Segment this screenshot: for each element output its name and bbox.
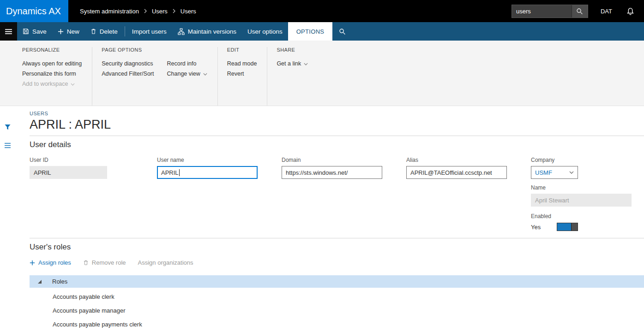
section-user-details: User details User ID APRIL User name APR… [30,136,644,238]
menu-item-record-info[interactable]: Record info [167,59,207,69]
collapse-triangle-icon [38,280,42,284]
search-icon[interactable] [572,5,588,18]
page-header: USERS APRIL : APRIL [30,106,644,132]
breadcrumb-item-system-administration[interactable]: System administration [80,8,139,15]
menu-item-label: Security diagnostics [102,59,153,69]
tab-options-active[interactable]: OPTIONS [288,22,333,41]
notifications-bell-icon[interactable] [626,7,634,15]
field-user-name: User name APRIL [157,157,258,179]
role-name: Accounts payable manager [53,307,126,314]
enabled-value: Yes [531,224,541,231]
plus-icon [30,260,35,266]
related-list-icon[interactable] [0,138,15,152]
top-navigation-bar: Dynamics AX System administration Users … [0,0,644,22]
chevron-down-icon [203,73,207,76]
menu-item-read-mode[interactable]: Read mode [227,59,257,69]
global-search-box [512,5,588,18]
user-options-button[interactable]: User options [242,22,288,41]
menu-item-security-diagnostics[interactable]: Security diagnostics [102,59,154,69]
dynamics-ax-logo[interactable]: Dynamics AX [0,0,68,22]
menu-item-advanced-filter-sort[interactable]: Advanced Filter/Sort [102,69,154,79]
roles-group-header-label: Roles [52,278,67,285]
toggle-knob [571,223,578,231]
user-id-input[interactable]: APRIL [30,166,107,179]
user-name-value: APRIL [161,169,179,176]
user-options-label: User options [247,28,283,35]
enabled-toggle[interactable] [557,223,578,231]
org-chart-icon [178,28,185,35]
field-alias: Alias APRIL@TAEOfficial.ccsctp.net [406,157,507,179]
user-name-input[interactable]: APRIL [157,166,258,179]
roles-group-header[interactable]: Roles [30,275,644,288]
menu-item-label: Always open for editing [22,59,82,69]
page-caption: USERS [30,111,644,116]
plus-icon [58,29,64,35]
user-id-value: APRIL [34,169,51,176]
global-search-input[interactable] [512,5,572,18]
role-name: Accounts payable clerk [53,293,114,300]
table-row[interactable]: Accounts payable payments clerk [30,317,644,331]
flyout-group-edit: EDIT Read mode Revert [227,47,268,106]
maintain-versions-button[interactable]: Maintain versions [172,22,242,41]
alias-value: APRIL@TAEOfficial.ccsctp.net [410,169,492,176]
maintain-versions-label: Maintain versions [188,28,236,35]
table-row[interactable]: Accounts payable clerk [30,290,644,303]
name-value: April Stewart [535,197,569,204]
user-details-fields: User ID APRIL User name APRIL Domai [30,157,644,234]
assign-roles-button[interactable]: Assign roles [30,259,71,266]
filter-funnel-icon[interactable] [0,120,15,134]
company-dropdown[interactable]: USMF [531,166,578,179]
menu-item-revert[interactable]: Revert [227,69,257,79]
action-pane-search-icon[interactable] [332,22,352,41]
field-domain: Domain https://sts.windows.net/ [282,157,382,179]
name-label: Name [531,184,632,191]
flyout-group-title: PERSONALIZE [22,47,82,53]
new-button-label: New [67,28,79,35]
menu-item-always-open-for-editing[interactable]: Always open for editing [22,59,82,69]
menu-item-get-a-link[interactable]: Get a link [277,59,308,69]
domain-input[interactable]: https://sts.windows.net/ [282,166,382,179]
breadcrumb-chevron-icon [173,9,175,13]
flyout-group-title: SHARE [277,47,308,53]
trash-icon [83,260,89,266]
save-floppy-icon [23,28,29,35]
assign-organizations-button[interactable]: Assign organizations [138,259,193,266]
app-window: Dynamics AX System administration Users … [0,0,644,332]
save-button-label: Save [32,28,47,35]
breadcrumb-item-users-page[interactable]: Users [181,8,196,15]
flyout-group-title: PAGE OPTIONS [102,47,207,53]
enabled-label: Enabled [531,213,578,219]
flyout-group-personalize: PERSONALIZE Always open for editing Pers… [22,47,92,106]
chevron-down-icon [71,83,75,86]
field-name: Name April Stewart [531,184,632,207]
remove-role-button[interactable]: Remove role [83,259,126,266]
save-button[interactable]: Save [17,22,52,41]
delete-button[interactable]: Delete [85,22,123,41]
flyout-group-page-options: PAGE OPTIONS Security diagnostics Advanc… [102,47,218,106]
breadcrumb-item-users[interactable]: Users [152,8,168,15]
menu-item-label: Add to workspace [22,79,68,89]
hamburger-menu-icon[interactable] [0,22,17,41]
main-content: USERS APRIL : APRIL User details User ID… [0,106,644,332]
action-pane: Save New Delete Import users [0,22,644,41]
page-title: APRIL : APRIL [30,117,644,132]
import-users-button[interactable]: Import users [126,22,172,41]
flyout-group-title: EDIT [227,47,257,53]
company-badge[interactable]: DAT [601,8,612,15]
breadcrumb: System administration Users Users [80,8,196,15]
action-pane-divider [125,26,125,36]
field-user-id: User ID APRIL [30,157,107,179]
menu-item-personalize-this-form[interactable]: Personalize this form [22,69,82,79]
menu-item-add-to-workspace[interactable]: Add to workspace [22,79,82,89]
section-title-user-roles: User's roles [30,243,644,252]
roles-toolbar: Assign roles Remove role Assign organiza… [30,259,644,266]
menu-item-label: Change view [167,69,200,79]
table-row[interactable]: Accounts payable manager [30,303,644,317]
assign-organizations-label: Assign organizations [138,259,193,266]
alias-input[interactable]: APRIL@TAEOfficial.ccsctp.net [406,166,507,179]
field-enabled: Enabled Yes [531,213,578,231]
new-button[interactable]: New [52,22,85,41]
field-company: Company USMF [531,157,578,179]
menu-item-change-view[interactable]: Change view [167,69,207,79]
options-flyout: PERSONALIZE Always open for editing Pers… [0,41,644,106]
